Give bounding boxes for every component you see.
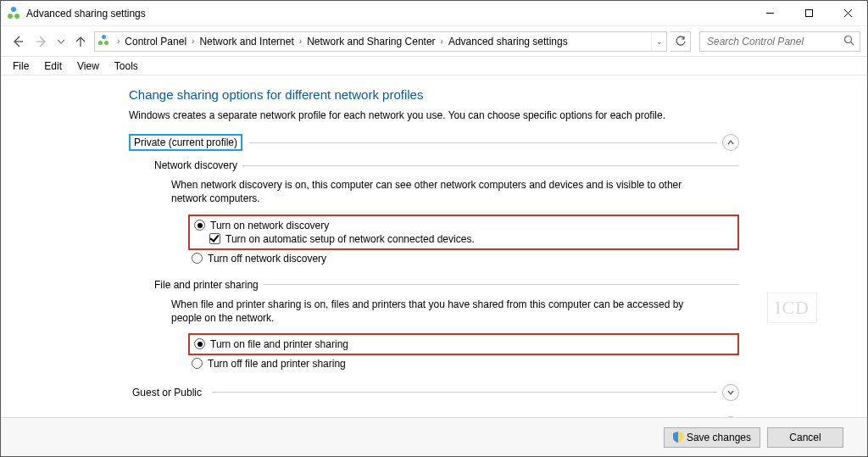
breadcrumb-item[interactable]: Advanced sharing settings <box>445 32 571 51</box>
menu-file[interactable]: File <box>6 59 36 74</box>
menu-view[interactable]: View <box>70 59 106 74</box>
option-label: Turn off network discovery <box>208 253 326 265</box>
option-label: Turn on automatic setup of network conne… <box>225 233 475 245</box>
radio-network-discovery-off[interactable]: Turn off network discovery <box>192 252 736 265</box>
network-discovery-group: Network discovery When network discovery… <box>154 159 739 266</box>
breadcrumb-item[interactable]: Network and Internet <box>196 32 297 51</box>
save-changes-button[interactable]: Save changes <box>664 427 760 448</box>
svg-line-8 <box>851 42 854 45</box>
menu-edit[interactable]: Edit <box>37 59 69 74</box>
checkbox-auto-setup[interactable]: Turn on automatic setup of network conne… <box>209 232 733 246</box>
button-label: Save changes <box>687 432 751 443</box>
profile-guest-label: Guest or Public <box>129 386 205 399</box>
refresh-button[interactable] <box>670 31 691 52</box>
titlebar: Advanced sharing settings <box>1 1 867 26</box>
file-printer-sharing-group: File and printer sharing When file and p… <box>154 279 739 372</box>
search-box[interactable] <box>699 31 860 52</box>
breadcrumb-item[interactable]: Control Panel <box>121 32 190 51</box>
radio-file-printer-off[interactable]: Turn off file and printer sharing <box>192 357 736 371</box>
file-printer-on-box: Turn on file and printer sharing <box>188 333 739 355</box>
menubar: File Edit View Tools <box>1 57 867 75</box>
chevron-right-icon[interactable]: › <box>115 36 121 46</box>
button-label: Cancel <box>789 432 821 443</box>
back-button[interactable] <box>8 31 28 52</box>
chevron-right-icon[interactable]: › <box>298 36 303 46</box>
chevron-right-icon[interactable]: › <box>190 36 196 46</box>
option-label: Turn off file and printer sharing <box>208 358 346 370</box>
minimize-button[interactable] <box>750 1 789 25</box>
group-title: Network discovery <box>154 159 242 171</box>
profile-private-header[interactable]: Private (current profile) <box>129 134 739 151</box>
menu-tools[interactable]: Tools <box>108 59 145 74</box>
maximize-button[interactable] <box>789 1 828 25</box>
network-discovery-on-box: Turn on network discovery Turn on automa… <box>188 215 739 250</box>
svg-point-7 <box>845 36 852 42</box>
option-label: Turn on network discovery <box>210 220 329 231</box>
radio-icon <box>192 358 203 369</box>
profile-all-header[interactable]: All Networks <box>129 416 739 417</box>
address-bar: › Control Panel › Network and Internet ›… <box>1 26 867 57</box>
group-description: When file and printer sharing is on, fil… <box>171 298 714 325</box>
page-title: Change sharing options for different net… <box>129 87 739 102</box>
up-button[interactable] <box>70 31 91 52</box>
radio-icon <box>194 220 205 231</box>
expand-button[interactable] <box>722 384 739 401</box>
group-title: File and printer sharing <box>154 279 264 291</box>
shield-icon <box>673 432 683 443</box>
window-title: Advanced sharing settings <box>26 8 750 20</box>
radio-icon <box>194 338 205 349</box>
forward-button[interactable] <box>31 31 52 52</box>
search-icon[interactable] <box>843 35 854 48</box>
chevron-right-icon[interactable]: › <box>439 36 445 46</box>
search-input[interactable] <box>705 35 843 48</box>
location-icon <box>98 35 112 48</box>
radio-icon <box>192 253 203 264</box>
window-controls <box>750 1 867 25</box>
svg-rect-1 <box>805 10 812 17</box>
recent-locations-button[interactable] <box>55 31 67 52</box>
radio-file-printer-on[interactable]: Turn on file and printer sharing <box>194 337 733 351</box>
breadcrumb[interactable]: › Control Panel › Network and Internet ›… <box>94 31 667 52</box>
close-button[interactable] <box>828 1 867 25</box>
page-description: Windows creates a separate network profi… <box>129 109 739 122</box>
breadcrumb-item[interactable]: Network and Sharing Center <box>303 32 438 51</box>
app-icon <box>8 7 21 20</box>
profile-private-label: Private (current profile) <box>129 134 242 151</box>
expand-button[interactable] <box>722 416 739 417</box>
group-description: When network discovery is on, this compu… <box>171 178 714 205</box>
breadcrumb-dropdown[interactable]: ⌄ <box>651 32 666 51</box>
footer: Save changes Cancel <box>1 417 867 456</box>
content-area: Change sharing options for different net… <box>1 75 867 417</box>
collapse-button[interactable] <box>722 134 739 151</box>
checkbox-icon <box>209 233 220 244</box>
radio-network-discovery-on[interactable]: Turn on network discovery <box>194 219 733 232</box>
option-label: Turn on file and printer sharing <box>210 338 348 350</box>
cancel-button[interactable]: Cancel <box>767 427 843 448</box>
profile-guest-header[interactable]: Guest or Public <box>129 384 739 401</box>
